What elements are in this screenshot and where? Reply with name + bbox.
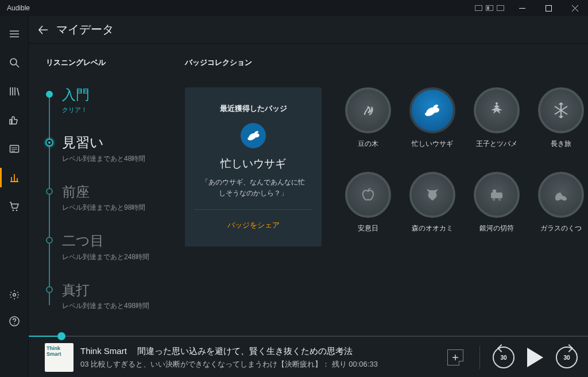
badge-label: 安息日 [345,224,392,233]
badge-item[interactable]: ガラスのくつ [537,172,585,233]
level-item[interactable]: 二つ目 レベル到達まであと248時間 [46,233,167,261]
cover-art[interactable]: ThinkSmart [45,343,74,372]
back-button[interactable] [34,21,53,39]
listening-level-section: リスニングレベル 入門 クリア！ 見習い レベル到達まであと48時間 [29,44,179,377]
svg-point-3 [12,210,14,211]
wolf-icon [409,172,455,218]
level-dot-icon [46,237,53,244]
badge-label: 長き旅 [537,139,585,149]
badge-label: 銀河の切符 [473,224,520,233]
badge-grid: 豆の木忙しいウサギ王子とツバメ長き旅 安息日森のオオカミ銀河の切符ガラスのくつ [345,87,588,256]
badge-label: 豆の木 [345,139,392,149]
svg-point-10 [493,198,496,201]
track-subtitle: 間違った思い込みを避けて、賢く生き抜くための思考法 [137,346,353,356]
level-dot-icon [46,91,53,98]
badge-section-title: バッジコレクション [185,57,588,68]
level-sub: レベル到達まであと498時間 [62,301,167,311]
play-button[interactable] [527,348,543,367]
progress-thumb[interactable] [57,332,65,340]
sidebar [0,16,29,377]
level-list: 入門 クリア！ 見習い レベル到達まであと48時間 前座 レベル到達まであと98… [46,87,167,311]
level-sub: クリア！ [62,106,167,114]
window-controls [509,0,588,16]
svg-rect-0 [546,5,551,11]
player-bar: ThinkSmart Think Smart 間違った思い込みを避けて、賢く生き… [29,334,588,377]
progress-bar[interactable] [29,334,588,338]
recent-badge-desc: 「あのウサギ、なんであんなに忙しそうなのかしら？」 [194,177,312,210]
badge-item[interactable]: 王子とツバメ [473,87,520,149]
level-item[interactable]: 真打 レベル到達まであと498時間 [46,283,167,311]
recommend-icon[interactable] [0,107,29,133]
apple-icon [345,172,391,218]
library-icon[interactable] [0,78,29,105]
badge-item[interactable]: 安息日 [345,172,392,233]
search-icon[interactable] [0,49,29,76]
level-item[interactable]: 入門 クリア！ [46,87,167,114]
help-icon[interactable] [0,308,29,334]
level-name: 二つ目 [62,233,167,248]
level-sub: レベル到達まであと248時間 [62,252,167,262]
level-name: 真打 [62,283,167,298]
level-dot-icon [45,139,53,147]
svg-point-5 [13,294,16,297]
swallow-icon [474,87,520,133]
rabbit-icon [409,87,455,133]
train-icon [474,172,520,218]
badge-label: 忙しいウサギ [409,139,456,149]
badge-label: 森のオオカミ [409,224,456,233]
menu-button[interactable] [0,21,29,47]
page-title: マイデータ [56,22,114,37]
level-dot-icon [46,286,53,293]
level-name: 前座 [62,184,167,199]
level-sub: レベル到達まであと48時間 [62,154,167,164]
svg-point-1 [10,59,17,65]
settings-icon[interactable] [0,282,29,308]
svg-point-7 [14,324,15,325]
svg-point-4 [16,210,17,211]
main: マイデータ リスニングレベル 入門 クリア！ [29,16,588,377]
recent-badge-card: 最近獲得したバッジ 忙しいウサギ 「あのウサギ、なんであんなに忙しそうなのかしら… [185,87,322,247]
recent-badge-name: 忙しいウサギ [194,156,312,171]
listening-section-title: リスニングレベル [46,57,167,68]
shoe-icon [538,172,584,218]
badge-section: バッジコレクション 最近獲得したバッジ 忙しいウサギ 「あのウサギ、なんであんな… [179,44,588,377]
svg-rect-12 [493,190,496,193]
badge-item[interactable]: 銀河の切符 [473,172,520,233]
rabbit-icon [241,123,266,148]
svg-point-11 [498,198,501,201]
minimize-button[interactable] [509,0,535,16]
stats-icon[interactable] [0,164,29,191]
cart-icon[interactable] [0,193,29,220]
track-title-line: Think Smart 間違った思い込みを避けて、賢く生き抜くための思考法 [80,346,437,357]
svg-point-8 [496,102,498,105]
page-header: マイデータ [29,16,588,44]
skip-back-button[interactable]: 30 [493,347,514,368]
level-item[interactable]: 見習い レベル到達まであと48時間 [46,135,167,163]
vine-icon [345,87,391,133]
close-button[interactable] [562,0,588,16]
snowflake-icon [538,87,584,133]
skip-forward-button[interactable]: 30 [556,347,578,368]
level-sub: レベル到達まであと98時間 [62,203,167,213]
level-item[interactable]: 前座 レベル到達まであと98時間 [46,184,167,213]
titlebar-layout-controls[interactable] [475,5,509,11]
track-chapter: 03 比較しすぎると、いい決断ができなくなってしまうわけ【決断疲れ】： 残り 0… [80,359,437,370]
recent-badge-title: 最近獲得したバッジ [194,103,312,114]
badge-item[interactable]: 豆の木 [345,87,392,149]
app-window: Audible [0,0,588,377]
level-dot-icon [46,188,53,195]
track-title: Think Smart [80,346,127,356]
add-bookmark-button[interactable] [447,349,463,366]
maximize-button[interactable] [535,0,562,16]
track-meta: Think Smart 間違った思い込みを避けて、賢く生き抜くための思考法 03… [80,346,437,370]
news-icon[interactable] [0,136,29,162]
badge-item[interactable]: 森のオオカミ [409,172,456,233]
level-name: 入門 [62,87,167,102]
badge-item[interactable]: 忙しいウサギ [409,87,456,149]
app-title: Audible [0,4,30,12]
svg-rect-9 [491,193,502,198]
badge-item[interactable]: 長き旅 [537,87,585,149]
badge-label: ガラスのくつ [537,224,585,233]
badge-label: 王子とツバメ [473,139,520,149]
share-badge-button[interactable]: バッジをシェア [194,210,312,230]
